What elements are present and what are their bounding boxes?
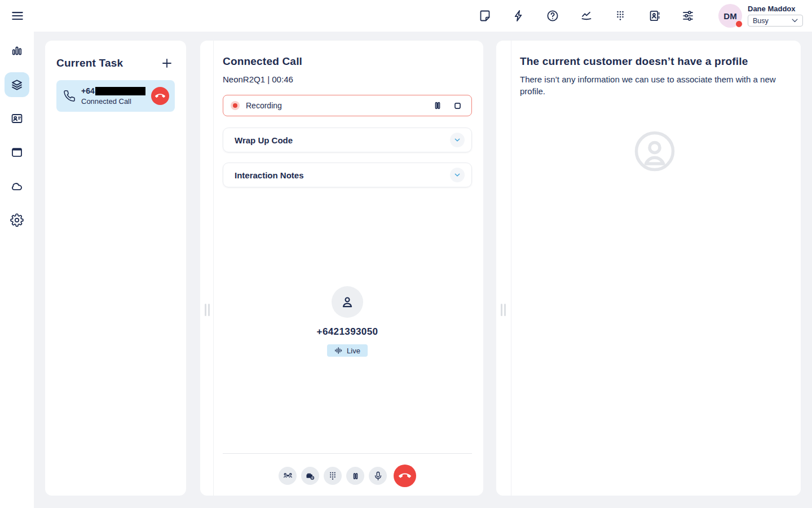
- recording-bar: Recording: [223, 95, 472, 116]
- keypad-button[interactable]: [324, 467, 342, 485]
- topbar: DM Dane Maddox Busy: [0, 0, 812, 32]
- lightning-icon: [512, 9, 526, 23]
- recording-dot: [231, 101, 240, 110]
- dialpad-icon: [614, 9, 627, 23]
- connected-call-panel: Connected Call NeonR2Q1 | 00:46 Recordin…: [200, 41, 483, 496]
- interaction-notes-label: Interaction Notes: [235, 170, 304, 180]
- panel-resize-handle[interactable]: [205, 304, 210, 316]
- phone-icon: [63, 90, 76, 102]
- profile-panel-title: The current customer doesn’t have a prof…: [520, 55, 784, 68]
- customer-profile-panel: The current customer doesn’t have a prof…: [496, 41, 801, 496]
- hangup-phone-icon: [399, 470, 411, 482]
- record-call-button[interactable]: [301, 467, 319, 485]
- bar-chart-icon: [10, 44, 24, 58]
- end-call-button[interactable]: [394, 465, 416, 487]
- avatar[interactable]: DM: [718, 4, 742, 28]
- current-task-panel: Current Task +64 Connected Call: [45, 41, 186, 496]
- status-select[interactable]: Busy: [748, 15, 803, 27]
- sidebar-item-analytics[interactable]: [5, 38, 29, 63]
- help-button[interactable]: [541, 5, 564, 27]
- pause-icon: [431, 99, 444, 112]
- panel-rail: [496, 41, 511, 496]
- profile-panel-body: There isn’t any information we can use t…: [520, 73, 789, 97]
- pause-recording-button[interactable]: [431, 99, 444, 112]
- task-number-prefix: +64: [81, 87, 95, 95]
- browser-window-icon: [10, 146, 24, 159]
- preferences-button[interactable]: [677, 5, 699, 27]
- sidebar-item-cloud[interactable]: [5, 174, 29, 199]
- transfer-icon: [283, 471, 293, 481]
- controls-divider: [223, 453, 472, 454]
- task-card[interactable]: +64 Connected Call: [56, 80, 175, 112]
- plus-icon: [160, 56, 174, 70]
- recording-label: Recording: [246, 101, 425, 110]
- user-name: Dane Maddox: [748, 5, 803, 13]
- performance-button[interactable]: [575, 5, 598, 27]
- sidebar-item-settings[interactable]: [5, 208, 29, 233]
- live-badge: Live: [327, 344, 368, 357]
- sidebar: [0, 0, 34, 508]
- menu-button[interactable]: [10, 8, 26, 24]
- hamburger-icon: [10, 8, 25, 23]
- redacted-number: [95, 87, 145, 95]
- notes-button[interactable]: [474, 5, 496, 27]
- busy-status-dot: [735, 20, 743, 28]
- panel-rail: [200, 41, 214, 496]
- interaction-notes-section[interactable]: Interaction Notes: [223, 163, 472, 187]
- hangup-phone-icon: [155, 91, 165, 101]
- notes-icon: [478, 9, 492, 23]
- caller-number: +6421393050: [317, 326, 378, 338]
- pause-icon: [350, 471, 361, 481]
- chevron-down-icon: [792, 19, 798, 23]
- id-card-icon: [10, 112, 24, 125]
- microphone-icon: [373, 471, 383, 481]
- cloud-icon: [10, 179, 24, 193]
- chevron-down-icon: [453, 135, 462, 144]
- wrap-up-code-section[interactable]: Wrap Up Code: [223, 128, 472, 152]
- main-content: Current Task +64 Connected Call Connecte…: [34, 32, 812, 508]
- wrap-up-code-label: Wrap Up Code: [235, 135, 293, 145]
- address-book-icon: [647, 9, 661, 23]
- stop-recording-button[interactable]: [451, 99, 464, 112]
- call-controls: [223, 465, 472, 487]
- hold-call-button[interactable]: [346, 467, 364, 485]
- task-hangup-button[interactable]: [151, 87, 169, 105]
- stop-icon: [452, 100, 464, 112]
- avatar-initials: DM: [723, 11, 736, 21]
- chevron-down-icon: [453, 170, 462, 179]
- sidebar-item-workspace[interactable]: [5, 140, 29, 165]
- waveform-icon: [334, 347, 343, 354]
- call-panel-title: Connected Call: [223, 55, 472, 68]
- current-task-title: Current Task: [56, 57, 123, 69]
- dialpad-button[interactable]: [609, 5, 632, 27]
- sliders-icon: [681, 9, 695, 23]
- quick-actions-button[interactable]: [508, 5, 530, 27]
- layers-icon: [10, 78, 24, 91]
- contacts-button[interactable]: [643, 5, 665, 27]
- transfer-call-button[interactable]: [279, 467, 297, 485]
- line-chart-icon: [580, 9, 593, 23]
- gear-icon: [10, 213, 24, 227]
- user-block: DM Dane Maddox Busy: [718, 4, 803, 28]
- no-profile-user-icon: [632, 129, 677, 174]
- add-task-button[interactable]: [159, 55, 175, 71]
- dialpad-icon: [328, 471, 338, 481]
- person-icon: [339, 294, 355, 310]
- sidebar-item-contacts[interactable]: [5, 106, 29, 131]
- caller-avatar: [332, 286, 363, 318]
- mute-button[interactable]: [369, 467, 387, 485]
- live-label: Live: [347, 347, 360, 355]
- recorder-icon: [304, 470, 316, 481]
- call-session-label: NeonR2Q1 | 00:46: [223, 75, 472, 84]
- help-icon: [546, 9, 559, 23]
- panel-resize-handle[interactable]: [501, 304, 506, 316]
- sidebar-item-tasks[interactable]: [5, 72, 29, 97]
- status-select-value: Busy: [753, 17, 769, 25]
- task-status-label: Connected Call: [81, 97, 145, 106]
